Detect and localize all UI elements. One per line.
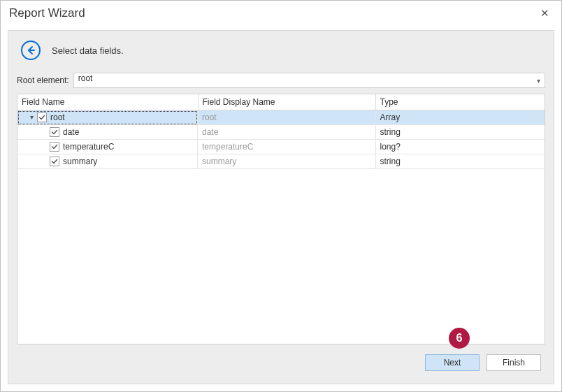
col-header-name[interactable]: Field Name — [17, 94, 198, 110]
table-row[interactable]: ▾summarysummarystring — [17, 154, 545, 169]
col-header-type[interactable]: Type — [375, 94, 545, 110]
window-title: Report Wizard — [9, 6, 536, 20]
field-type-text: long? — [375, 140, 545, 154]
check-icon — [51, 129, 58, 136]
field-name-text: root — [50, 112, 65, 122]
report-wizard-window: Report Wizard ✕ Select data fields. Root… — [0, 0, 562, 392]
chevron-down-icon: ▾ — [537, 77, 540, 85]
row-checkbox[interactable] — [50, 127, 59, 137]
table-header-row: Field Name Field Display Name Type — [17, 94, 545, 110]
root-element-value: root — [78, 73, 93, 83]
field-type-text: Array — [375, 110, 545, 125]
wizard-footer: Next Finish — [17, 349, 545, 377]
titlebar: Report Wizard ✕ — [1, 1, 561, 26]
root-element-row: Root element: root ▾ — [17, 73, 545, 88]
field-type-text: string — [375, 154, 545, 169]
table-row[interactable]: ▾datedatestring — [17, 125, 545, 140]
root-element-select[interactable]: root ▾ — [73, 73, 545, 88]
field-name-text: date — [63, 127, 79, 137]
back-arrow-icon — [25, 45, 36, 56]
close-button[interactable]: ✕ — [536, 7, 553, 20]
table-empty-area — [17, 169, 545, 344]
table-row[interactable]: ▾rootrootArray — [17, 110, 545, 125]
row-checkbox[interactable] — [50, 157, 59, 166]
check-icon — [51, 158, 58, 165]
field-display-text: summary — [198, 154, 375, 169]
row-checkbox[interactable] — [37, 112, 47, 122]
wizard-body: Select data fields. Root element: root ▾… — [8, 30, 554, 384]
row-checkbox[interactable] — [50, 142, 59, 152]
field-type-text: string — [375, 125, 545, 140]
check-icon — [38, 114, 45, 121]
field-display-text: temperatureC — [198, 140, 375, 154]
heading-row: Select data fields. — [17, 41, 545, 60]
field-name-text: summary — [63, 157, 97, 166]
fields-table: Field Name Field Display Name Type ▾root… — [17, 94, 545, 344]
finish-button[interactable]: Finish — [487, 354, 541, 371]
col-header-display[interactable]: Field Display Name — [198, 94, 375, 110]
expand-toggle-icon[interactable]: ▾ — [27, 113, 36, 121]
back-button[interactable] — [21, 41, 41, 60]
check-icon — [51, 143, 58, 150]
field-display-text: date — [198, 125, 375, 140]
table-row[interactable]: ▾temperatureCtemperatureClong? — [17, 140, 545, 154]
next-button[interactable]: Next — [425, 354, 480, 371]
field-display-text: root — [198, 110, 375, 125]
close-icon: ✕ — [540, 7, 549, 19]
root-element-label: Root element: — [17, 75, 69, 85]
page-heading: Select data fields. — [52, 45, 124, 56]
field-name-text: temperatureC — [63, 142, 114, 152]
